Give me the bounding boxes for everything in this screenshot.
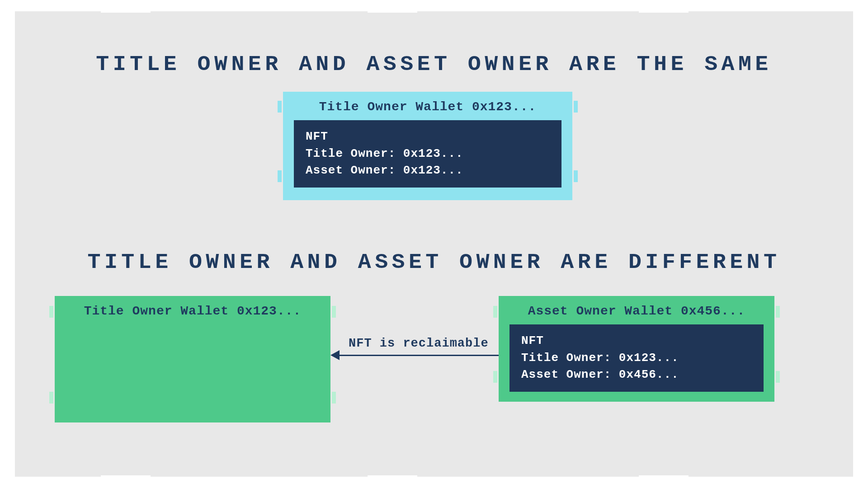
border-dash — [368, 475, 417, 482]
reclaim-arrow: NFT is reclaimable — [330, 355, 499, 373]
corner-tick — [332, 306, 336, 318]
border-dash — [368, 6, 417, 13]
wallet-title: Title Owner Wallet 0x123... — [294, 100, 561, 114]
nft-title-owner: Title Owner: 0x123... — [521, 350, 752, 367]
wallet-title: Title Owner Wallet 0x123... — [66, 304, 320, 318]
border-dash — [101, 6, 151, 13]
nft-label: NFT — [306, 128, 550, 145]
arrow-head-icon — [330, 350, 340, 360]
nft-title-owner: Title Owner: 0x123... — [306, 145, 550, 163]
arrow-line — [339, 355, 499, 356]
nft-asset-owner: Asset Owner: 0x456... — [521, 366, 752, 384]
border-dash — [639, 475, 689, 482]
corner-tick — [332, 392, 336, 404]
arrow-label: NFT is reclaimable — [349, 337, 489, 350]
nft-label: NFT — [521, 333, 752, 350]
heading-same: TITLE OWNER AND ASSET OWNER ARE THE SAME — [0, 53, 868, 76]
border-dash — [101, 475, 151, 482]
title-owner-wallet-diff: Title Owner Wallet 0x123... — [55, 296, 330, 422]
title-owner-wallet-same: Title Owner Wallet 0x123... NFT Title Ow… — [283, 92, 572, 200]
corner-tick — [49, 392, 53, 404]
corner-tick — [574, 101, 578, 113]
corner-tick — [776, 371, 780, 383]
corner-tick — [574, 170, 578, 182]
asset-owner-wallet-diff: Asset Owner Wallet 0x456... NFT Title Ow… — [499, 296, 774, 402]
nft-box-same: NFT Title Owner: 0x123... Asset Owner: 0… — [294, 120, 561, 188]
border-dash — [639, 6, 689, 13]
corner-tick — [493, 306, 497, 318]
corner-tick — [278, 101, 282, 113]
corner-tick — [49, 306, 53, 318]
corner-tick — [278, 170, 282, 182]
heading-diff: TITLE OWNER AND ASSET OWNER ARE DIFFEREN… — [0, 251, 868, 274]
nft-box-diff: NFT Title Owner: 0x123... Asset Owner: 0… — [509, 324, 764, 392]
diagram-stage: TITLE OWNER AND ASSET OWNER ARE THE SAME… — [15, 11, 853, 477]
nft-asset-owner: Asset Owner: 0x123... — [306, 162, 550, 179]
wallet-title: Asset Owner Wallet 0x456... — [509, 304, 764, 318]
corner-tick — [776, 306, 780, 318]
